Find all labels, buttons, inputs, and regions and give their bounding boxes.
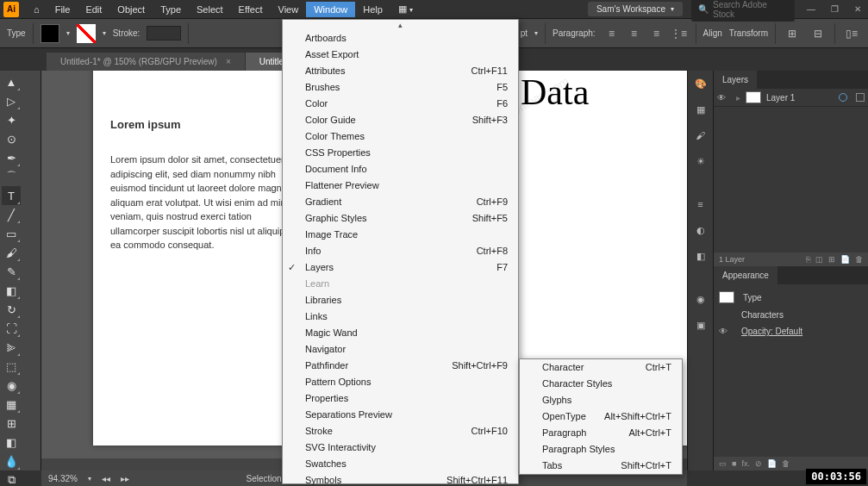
brushes-panel-icon[interactable]: 🖌 bbox=[691, 126, 710, 145]
gradient-panel-icon[interactable]: ◐ bbox=[691, 221, 710, 240]
menu-item-pathfinder[interactable]: PathfinderShift+Ctrl+F9 bbox=[283, 358, 518, 374]
zoom-level[interactable]: 94.32% bbox=[48, 474, 78, 483]
menu-scroll-up[interactable]: ▴ bbox=[283, 20, 518, 30]
menu-item-graphic-styles[interactable]: Graphic StylesShift+F5 bbox=[283, 210, 518, 227]
delete-layer-icon[interactable]: 🗑 bbox=[855, 255, 863, 264]
rotate-tool[interactable]: ↻ bbox=[2, 300, 21, 319]
menu-item-links[interactable]: Links bbox=[283, 308, 518, 325]
submenu-item-tabs[interactable]: TabsShift+Ctrl+T bbox=[520, 458, 682, 474]
text-body[interactable]: Lorem ipsum dolor sit amet, consectetuer… bbox=[110, 153, 300, 252]
stroke-panel-icon[interactable]: ≡ bbox=[691, 195, 710, 214]
visibility-icon[interactable]: 👁 bbox=[717, 93, 731, 103]
perspective-tool[interactable]: ▦ bbox=[2, 395, 21, 414]
line-tool[interactable]: ╱ bbox=[2, 205, 21, 224]
menu-item-artboards[interactable]: Artboards bbox=[283, 30, 518, 47]
menu-item-attributes[interactable]: AttributesCtrl+F11 bbox=[283, 63, 518, 79]
direct-selection-tool[interactable]: ▷ bbox=[2, 91, 21, 110]
menu-item-svg-interactivity[interactable]: SVG Interactivity bbox=[283, 439, 518, 456]
submenu-item-paragraph-styles[interactable]: Paragraph Styles bbox=[520, 441, 682, 458]
gradient-tool[interactable]: ◧ bbox=[2, 433, 21, 452]
magic-wand-tool[interactable]: ✦ bbox=[2, 110, 21, 129]
eraser-tool[interactable]: ◧ bbox=[2, 281, 21, 300]
eyedropper-tool[interactable]: 💧 bbox=[2, 452, 21, 470]
artboard-nav-prev[interactable]: ◂◂ bbox=[102, 474, 110, 483]
prefs-icon[interactable]: ⊞ bbox=[783, 24, 802, 43]
transparency-panel-icon[interactable]: ◧ bbox=[691, 246, 710, 265]
swatches-panel-icon[interactable]: ▦ bbox=[691, 100, 710, 119]
menu-item-document-info[interactable]: Document Info bbox=[283, 161, 518, 178]
menu-item-css-properties[interactable]: CSS Properties bbox=[283, 145, 518, 161]
layer-name[interactable]: Layer 1 bbox=[766, 93, 795, 103]
align-left-icon[interactable]: ≡ bbox=[603, 24, 621, 43]
minimize-icon[interactable]: — bbox=[803, 4, 819, 14]
menu-item-properties[interactable]: Properties bbox=[283, 390, 518, 407]
width-tool[interactable]: ⫸ bbox=[2, 338, 21, 357]
restore-icon[interactable]: ❐ bbox=[827, 4, 842, 14]
menu-help[interactable]: Help bbox=[355, 2, 390, 17]
stroke-weight[interactable] bbox=[147, 26, 181, 40]
search-input[interactable]: 🔍Search Adobe Stock bbox=[691, 0, 795, 22]
align-link[interactable]: Align bbox=[703, 28, 722, 38]
menu-item-image-trace[interactable]: Image Trace bbox=[283, 227, 518, 243]
bullets-icon[interactable]: ⋮≡ bbox=[670, 24, 689, 43]
menu-item-magic-wand[interactable]: Magic Wand bbox=[283, 325, 518, 341]
add-fill-icon[interactable]: ■ bbox=[732, 459, 736, 468]
brush-tool[interactable]: 🖌 bbox=[2, 243, 21, 262]
rectangle-tool[interactable]: ▭ bbox=[2, 224, 21, 243]
new-layer-icon[interactable]: 📄 bbox=[840, 255, 850, 264]
menu-item-brushes[interactable]: BrushesF5 bbox=[283, 79, 518, 96]
curvature-tool[interactable]: ⌒ bbox=[2, 167, 21, 186]
workspace-switcher[interactable]: Sam's Workspace▾ bbox=[588, 2, 683, 16]
color-panel-icon[interactable]: 🎨 bbox=[691, 74, 710, 93]
scale-tool[interactable]: ⛶ bbox=[2, 319, 21, 338]
align-center-icon[interactable]: ≡ bbox=[625, 24, 644, 43]
more-icon[interactable]: ⊟ bbox=[809, 24, 827, 43]
new-sublayer-icon[interactable]: ⊞ bbox=[828, 255, 835, 264]
close-icon[interactable]: ✕ bbox=[851, 4, 865, 14]
text-data[interactable]: Data bbox=[515, 71, 687, 118]
menu-item-layers[interactable]: ✓LayersF7 bbox=[283, 259, 518, 276]
menu-item-swatches[interactable]: Swatches bbox=[283, 456, 518, 472]
transform-link[interactable]: Transform bbox=[729, 28, 768, 38]
text-heading[interactable]: Lorem ipsum bbox=[110, 118, 300, 131]
add-stroke-icon[interactable]: ▭ bbox=[719, 459, 727, 468]
shaper-tool[interactable]: ✎ bbox=[2, 262, 21, 281]
menu-edit[interactable]: Edit bbox=[78, 2, 109, 17]
menu-item-asset-export[interactable]: Asset Export bbox=[283, 47, 518, 63]
menu-item-libraries[interactable]: Libraries bbox=[283, 292, 518, 308]
shape-builder-tool[interactable]: ◉ bbox=[2, 376, 21, 395]
doc-tab-1[interactable]: Untitled-1* @ 150% (RGB/GPU Preview)× bbox=[47, 53, 245, 71]
mesh-tool[interactable]: ⊞ bbox=[2, 414, 21, 433]
type-tool[interactable]: T bbox=[2, 186, 21, 205]
menu-item-separations-preview[interactable]: Separations Preview bbox=[283, 407, 518, 423]
layer-select-box[interactable] bbox=[856, 93, 865, 102]
menu-item-stroke[interactable]: StrokeCtrl+F10 bbox=[283, 423, 518, 439]
dup-item-icon[interactable]: 📄 bbox=[767, 459, 777, 468]
menu-file[interactable]: File bbox=[47, 2, 78, 17]
menu-item-color-themes[interactable]: Color Themes bbox=[283, 128, 518, 145]
submenu-item-character[interactable]: CharacterCtrl+T bbox=[520, 359, 682, 376]
submenu-item-glyphs[interactable]: Glyphs bbox=[520, 392, 682, 408]
menu-view[interactable]: View bbox=[271, 2, 307, 17]
menu-item-flattener-preview[interactable]: Flattener Preview bbox=[283, 178, 518, 194]
submenu-item-opentype[interactable]: OpenTypeAlt+Shift+Ctrl+T bbox=[520, 408, 682, 425]
appearance-panel-icon[interactable]: ◉ bbox=[691, 290, 710, 308]
graphic-styles-panel-icon[interactable]: ▣ bbox=[691, 315, 710, 334]
free-transform-tool[interactable]: ⬚ bbox=[2, 357, 21, 376]
close-tab-icon[interactable]: × bbox=[226, 57, 231, 66]
menu-type[interactable]: Type bbox=[153, 2, 189, 17]
stroke-color[interactable] bbox=[77, 24, 96, 43]
menu-window[interactable]: Window bbox=[306, 2, 355, 17]
locate-layer-icon[interactable]: ⎘ bbox=[806, 255, 810, 264]
opacity-eye-icon[interactable]: 👁 bbox=[719, 327, 733, 336]
appearance-opacity[interactable]: Opacity: Default bbox=[741, 327, 802, 336]
panel-menu-icon[interactable]: ▯≡ bbox=[842, 24, 861, 43]
home-icon[interactable]: ⌂ bbox=[26, 2, 47, 17]
lasso-tool[interactable]: ⊙ bbox=[2, 129, 21, 148]
menu-effect[interactable]: Effect bbox=[231, 2, 271, 17]
menu-select[interactable]: Select bbox=[189, 2, 231, 17]
appearance-characters[interactable]: Characters bbox=[741, 310, 784, 320]
menu-item-color-guide[interactable]: Color GuideShift+F3 bbox=[283, 112, 518, 128]
submenu-item-character-styles[interactable]: Character Styles bbox=[520, 376, 682, 392]
menu-item-learn[interactable]: Learn bbox=[283, 276, 518, 292]
